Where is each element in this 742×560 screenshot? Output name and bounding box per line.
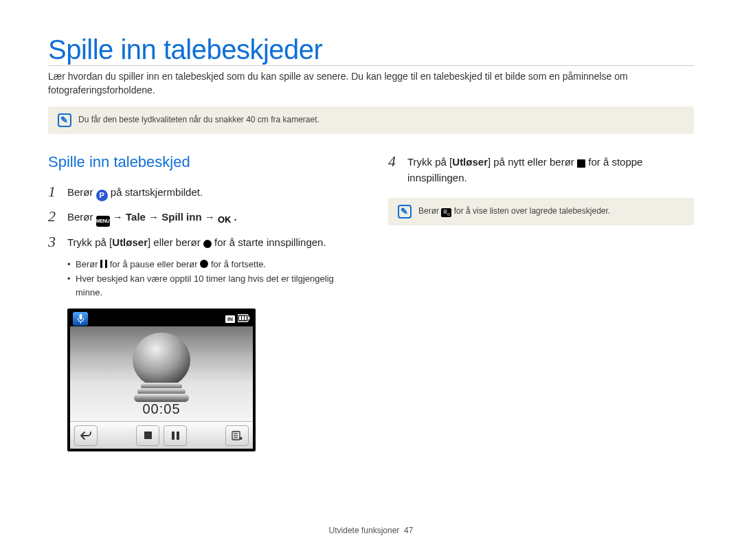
page-title: Spille inn talebeskjeder [48,34,694,66]
camera-screen: IN [67,309,256,451]
svg-point-7 [133,333,190,388]
footer-section: Utvidete funksjoner [329,526,400,535]
microphone-graphic [124,329,199,403]
step-number: 2 [48,208,60,227]
screen-statusbar: IN [70,311,253,326]
step1-prefix: Berør [67,186,96,198]
mic-mode-icon [73,312,88,326]
record-circle-icon [200,260,208,268]
note-icon [58,113,71,127]
step-number: 4 [388,153,401,186]
svg-rect-10 [134,394,189,402]
note-top: Du får den beste lydkvaliteten når du sn… [48,107,694,134]
step-2: 2 Berør MENU → Tale → Spill inn → OK . [48,208,354,227]
step-1: 1 Berør P på startskjermbildet. [48,183,354,201]
step3-mid: ] eller berør [148,236,203,248]
bullet1-a: Berør [76,259,100,269]
step3-suffix: for å starte innspillingen. [214,236,326,248]
step4-mid: ] på nytt eller berør [488,156,577,168]
menu-icon: MENU [96,216,110,227]
pause-button[interactable] [164,425,187,446]
recording-timer: 00:05 [142,401,180,417]
step-4: 4 Trykk på [Utløser] på nytt eller berør… [388,153,694,186]
note-top-text: Du får den beste lydkvaliteten når du sn… [78,113,319,126]
back-button[interactable] [74,425,98,446]
list-button[interactable] [225,425,249,446]
svg-point-15 [240,437,243,440]
intro-text: Lær hvordan du spiller inn en talebeskje… [48,70,694,97]
screen-toolbar [70,421,253,449]
footer-page: 47 [404,526,413,535]
step2-prefix: Berør [67,211,96,223]
step4-prefix: Trykk på [ [407,156,452,168]
svg-point-20 [448,214,450,216]
stop-square-icon [577,159,585,168]
note-right: Berør for å vise listen over lagrede tal… [388,198,694,225]
stop-button[interactable] [136,425,159,446]
note-right-b: for å vise listen over lagrede talebeskj… [454,206,610,216]
p-icon: P [96,190,108,201]
battery-icon [238,313,250,325]
pause-icon [100,260,107,268]
step-number: 1 [48,183,60,201]
voice-list-icon [441,208,451,217]
bullet-1: Berør for å pause eller berør for å fort… [67,258,354,271]
storage-indicator: IN [225,315,235,323]
bullet1-b: for å pause eller berør [110,259,201,269]
svg-rect-4 [239,316,241,320]
bullet-2: Hver beskjed kan være opptil 10 timer la… [67,272,354,299]
subheading: Spille inn talebeskjed [48,153,354,171]
svg-rect-6 [245,316,247,320]
shutter-label: Utløser [112,236,148,248]
ok-icon: OK [218,214,232,225]
step1-suffix: på startskjermbildet. [111,186,203,198]
step2-chain: → Tale → Spill inn → [113,211,218,223]
step3-prefix: Trykk på [ [67,236,112,248]
screen-main: 00:05 [70,326,253,421]
page-footer: Utvidete funksjoner 47 [0,526,742,535]
step-3: 3 Trykk på [Utløser] eller berør for å s… [48,234,354,251]
record-circle-icon [203,240,212,248]
note-right-a: Berør [418,206,441,216]
svg-rect-3 [249,317,250,320]
svg-rect-16 [442,209,448,216]
bullet1-c: for å fortsette. [211,259,266,269]
svg-rect-5 [242,316,244,320]
note-icon [398,205,412,219]
right-column: 4 Trykk på [Utløser] på nytt eller berør… [388,153,694,451]
left-column: Spille inn talebeskjed 1 Berør P på star… [48,153,354,451]
shutter-label: Utløser [452,156,488,168]
step-number: 3 [48,234,60,251]
step2-suffix: . [234,211,237,223]
svg-rect-0 [79,314,82,320]
